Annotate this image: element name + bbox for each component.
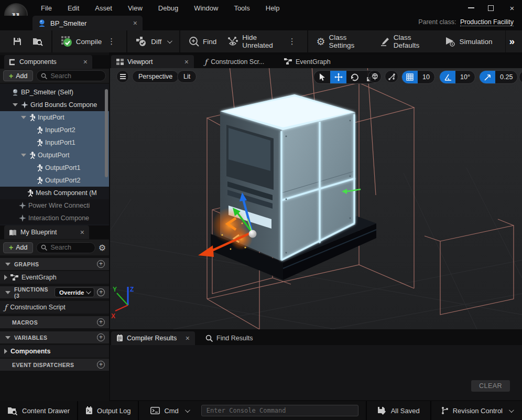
menu-window[interactable]: Window xyxy=(188,2,224,14)
revision-control-dropdown[interactable]: Revision Control xyxy=(431,401,522,420)
tab-find-results[interactable]: Find Results xyxy=(200,331,258,345)
rotate-tool-button[interactable] xyxy=(346,70,363,84)
parent-class-link[interactable]: Production Facility xyxy=(460,18,514,26)
hide-unrelated-button[interactable]: Hide Unrelated ⋮ xyxy=(222,30,303,52)
close-button[interactable]: × xyxy=(507,4,517,13)
menu-edit[interactable]: Edit xyxy=(61,2,85,14)
tab-compiler-close-icon[interactable]: × xyxy=(186,334,190,342)
tab-eventgraph[interactable]: EventGraph xyxy=(279,55,336,68)
search-icon xyxy=(41,73,47,79)
override-dropdown[interactable]: Override xyxy=(55,287,94,297)
event-dispatchers-section-header[interactable]: EVENT DISPATCHERS + xyxy=(0,359,109,371)
move-tool-button[interactable] xyxy=(330,70,346,84)
cmd-dropdown[interactable]: Cmd xyxy=(139,401,195,420)
compile-options-icon[interactable]: ⋮ xyxy=(105,37,118,46)
diff-chevron-icon xyxy=(167,38,172,44)
asset-tab-close-icon[interactable]: × xyxy=(133,19,137,27)
save-button[interactable] xyxy=(7,30,27,52)
simulation-button[interactable]: Simulation xyxy=(439,30,498,52)
my-blueprint-panel-tab[interactable]: My Blueprint × xyxy=(4,225,89,239)
components-tree-scrollbar[interactable] xyxy=(105,89,108,177)
surface-snapping-button[interactable] xyxy=(385,70,398,83)
asset-tab-bp-smelter[interactable]: BP_Smelter × xyxy=(32,16,143,30)
variables-section-header[interactable]: VARIABLES + xyxy=(0,331,109,343)
tree-row-bp-smelter-self[interactable]: BP_Smelter (Self) xyxy=(0,86,109,99)
actor-component-icon xyxy=(29,114,36,121)
construction-script-item[interactable]: ƒ Construction Script xyxy=(0,301,109,314)
console-command-input[interactable] xyxy=(201,405,358,416)
hide-unrelated-options-icon[interactable]: ⋮ xyxy=(286,37,299,46)
tree-row-interaction[interactable]: Interaction Compone xyxy=(0,212,109,224)
my-blueprint-close-icon[interactable]: × xyxy=(80,228,84,236)
minimize-button[interactable] xyxy=(468,7,474,8)
content-drawer-icon xyxy=(7,406,18,415)
menu-asset[interactable]: Asset xyxy=(89,2,118,14)
select-tool-button[interactable] xyxy=(314,70,330,84)
functions-label: FUNCTIONS (3 xyxy=(14,286,54,299)
class-settings-button[interactable]: ⚙ Class Settings xyxy=(311,30,374,52)
viewport-options-menu[interactable] xyxy=(116,70,129,83)
viewport-3d-canvas[interactable]: Z Y X Perspective Lit xyxy=(110,68,522,329)
macros-label: MACROS xyxy=(12,319,38,326)
eventgraph-item[interactable]: EventGraph xyxy=(0,271,109,284)
tab-compiler-results[interactable]: Compiler Results × xyxy=(111,331,195,345)
menu-help[interactable]: Help xyxy=(259,2,286,14)
diff-button[interactable]: Diff xyxy=(130,30,176,52)
add-graph-icon[interactable]: + xyxy=(97,260,105,268)
output-log-button[interactable]: Output Log xyxy=(78,401,138,420)
expander-icon[interactable] xyxy=(4,275,7,280)
tab-construction-script[interactable]: ƒ Construction Scr... xyxy=(199,55,269,68)
tab-viewport[interactable]: Viewport × xyxy=(111,55,194,68)
add-function-icon[interactable]: + xyxy=(97,288,105,296)
tree-row-mesh-component[interactable]: Mesh Component (M xyxy=(0,187,109,199)
tree-row-outputport2[interactable]: OutputPort2 xyxy=(0,174,109,187)
all-saved-button[interactable]: All Saved xyxy=(367,401,430,420)
lit-dropdown[interactable]: Lit xyxy=(177,70,197,83)
rotation-snap-control[interactable]: 10° xyxy=(439,70,475,84)
menu-file[interactable]: File xyxy=(35,2,58,14)
function-icon: ƒ xyxy=(4,303,7,311)
content-drawer-button[interactable]: Content Drawer xyxy=(0,401,77,420)
tree-row-label: Power Wire Connecti xyxy=(28,202,90,209)
components-panel-close-icon[interactable]: × xyxy=(83,58,88,66)
perspective-dropdown[interactable]: Perspective xyxy=(132,70,179,83)
my-blueprint-settings-icon[interactable]: ⚙ xyxy=(99,243,106,253)
maximize-button[interactable] xyxy=(488,5,494,11)
tab-viewport-close-icon[interactable]: × xyxy=(184,58,189,66)
components-search-input[interactable] xyxy=(50,72,101,80)
tree-row-inputport[interactable]: InputPort xyxy=(0,111,109,124)
clear-button[interactable]: CLEAR xyxy=(471,380,510,392)
play-gear-icon xyxy=(444,36,456,47)
my-blueprint-add-button[interactable]: + Add xyxy=(3,242,33,253)
compiler-results-icon xyxy=(116,335,123,342)
functions-section-header[interactable]: FUNCTIONS (3 Override + xyxy=(0,286,109,298)
add-event-dispatcher-icon[interactable]: + xyxy=(97,361,105,369)
scene-component-icon xyxy=(21,101,28,109)
macros-section-header[interactable]: MACROS + xyxy=(0,316,109,328)
menu-view[interactable]: View xyxy=(122,2,149,14)
add-variable-icon[interactable]: + xyxy=(97,333,105,341)
coordinate-system-button[interactable] xyxy=(368,70,382,83)
browse-asset-button[interactable] xyxy=(27,30,48,52)
components-add-button[interactable]: + Add xyxy=(3,70,33,81)
compile-button[interactable]: Compile ⋮ xyxy=(56,30,124,52)
variables-components-category[interactable]: Components xyxy=(0,345,109,358)
menu-debug[interactable]: Debug xyxy=(152,2,184,14)
scale-snap-control[interactable]: 0.25 xyxy=(479,70,518,84)
my-blueprint-search-input[interactable] xyxy=(50,244,90,251)
grid-snap-control[interactable]: 10 xyxy=(401,70,435,84)
tree-row-grid-bounds[interactable]: Grid Bounds Compone xyxy=(0,99,109,111)
tree-row-power-wire[interactable]: Power Wire Connecti xyxy=(0,199,109,212)
add-macro-icon[interactable]: + xyxy=(97,318,105,326)
class-defaults-button[interactable]: Class Defaults xyxy=(374,30,439,52)
tree-row-inputport2[interactable]: InputPort2 xyxy=(0,124,109,136)
expander-icon[interactable] xyxy=(4,349,7,354)
components-panel-tab[interactable]: Components × xyxy=(4,55,92,69)
find-button[interactable]: Find xyxy=(183,30,222,52)
graphs-section-header[interactable]: GRAPHS + xyxy=(0,258,109,270)
tree-row-outputport1[interactable]: OutputPort1 xyxy=(0,161,109,174)
tree-row-inputport1[interactable]: InputPort1 xyxy=(0,136,109,149)
tree-row-outputport[interactable]: OutputPort xyxy=(0,149,109,161)
menu-tools[interactable]: Tools xyxy=(227,2,256,14)
toolbar-overflow-icon[interactable]: » xyxy=(509,36,515,47)
